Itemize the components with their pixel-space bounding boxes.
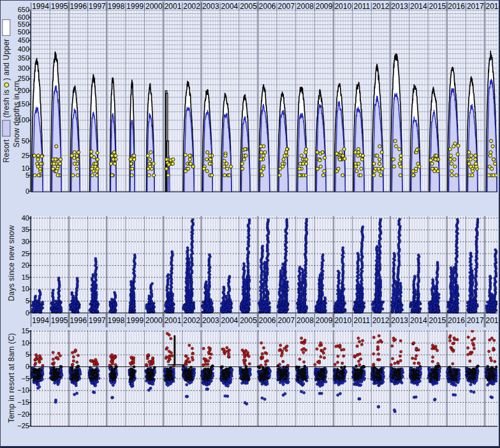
- y-tick-label: 10: [8, 285, 29, 293]
- year-label: 2014: [409, 316, 428, 325]
- year-label: 2010: [334, 2, 353, 11]
- year-label: 1995: [50, 316, 69, 325]
- y-tick-label: 10: [8, 339, 29, 347]
- year-label: 2008: [295, 316, 314, 325]
- y-tick-label: 450: [8, 36, 29, 44]
- year-label: 2011: [352, 2, 371, 11]
- year-label: 2014: [409, 2, 428, 11]
- year-label: 1999: [126, 2, 145, 11]
- y-tick-label: 25: [8, 152, 29, 159]
- year-label: 1999: [126, 316, 145, 325]
- year-label: 2003: [201, 316, 220, 325]
- year-label: 2007: [277, 316, 296, 325]
- y-tick-label: 15: [8, 273, 29, 281]
- year-label: 1996: [69, 2, 88, 11]
- y-tick-label: 600: [8, 13, 29, 21]
- year-label: 2003: [201, 2, 220, 11]
- y-tick-label: 25: [8, 250, 29, 257]
- year-label: 2002: [182, 2, 202, 11]
- y-tick-label: 300: [8, 64, 29, 72]
- y-tick-label: 5: [8, 297, 29, 305]
- year-label: 2000: [144, 316, 163, 325]
- year-label: 2001: [163, 2, 182, 11]
- year-label: 2018: [485, 316, 500, 325]
- year-label: 2016: [447, 316, 466, 325]
- year-label: 1997: [87, 316, 107, 325]
- year-label: 2005: [239, 316, 258, 325]
- year-label: 2009: [314, 2, 334, 11]
- year-label: 1995: [50, 2, 69, 11]
- year-label: 2009: [314, 316, 334, 325]
- y-tick-label: 0: [8, 363, 29, 370]
- year-label: 2002: [182, 316, 202, 325]
- y-tick-label: 5: [8, 350, 29, 358]
- year-label: 2012: [371, 2, 390, 11]
- year-label: 2018: [485, 2, 500, 11]
- year-label: 1998: [107, 2, 126, 11]
- year-label: 2017: [466, 316, 485, 325]
- y-tick-label: 50: [8, 137, 29, 145]
- year-label: 2013: [390, 316, 409, 325]
- y-tick-label: 400: [8, 45, 29, 53]
- year-label: 1994: [31, 2, 50, 11]
- year-label: 2011: [352, 316, 371, 325]
- year-label: 2016: [447, 2, 466, 11]
- y-tick-label: 350: [8, 54, 29, 62]
- y-tick-label: 5: [8, 171, 29, 179]
- year-label: 1996: [69, 316, 88, 325]
- year-label: 2008: [295, 2, 314, 11]
- year-label: 2005: [239, 2, 258, 11]
- y-tick-label: −10: [8, 386, 29, 394]
- year-label: 2006: [258, 2, 277, 11]
- y-tick-label: 150: [8, 100, 29, 108]
- y-tick-label: 30: [8, 238, 29, 245]
- y-tick-label: 650: [8, 6, 29, 13]
- y-tick-label: 200: [8, 87, 29, 94]
- year-label: 2006: [258, 316, 277, 325]
- year-label: 1994: [31, 316, 50, 325]
- y-tick-label: 40: [8, 214, 29, 222]
- y-tick-label: 100: [8, 116, 29, 124]
- year-label: 2004: [220, 2, 239, 11]
- year-label: 2004: [220, 316, 239, 325]
- year-label: 2007: [277, 2, 296, 11]
- year-label: 2017: [466, 2, 485, 11]
- y-tick-label: −20: [8, 410, 29, 418]
- y-tick-label: 0: [8, 309, 29, 317]
- year-label: 2013: [390, 2, 409, 11]
- year-label: 2000: [144, 2, 163, 11]
- snow-history-chart: Resort(fresh is) and Upper Snow depths i…: [0, 0, 500, 448]
- y-tick-label: 250: [8, 75, 29, 82]
- year-label: 2015: [428, 2, 447, 11]
- y-tick-label: 10: [8, 164, 29, 172]
- year-label: 1998: [107, 316, 126, 325]
- y-tick-label: 20: [8, 261, 29, 269]
- year-label: 2010: [334, 316, 353, 325]
- y-tick-label: 500: [8, 28, 29, 36]
- y-tick-label: 550: [8, 20, 29, 28]
- y-tick-label: −15: [8, 398, 29, 406]
- year-label: 2015: [428, 316, 447, 325]
- y-tick-label: −5: [8, 375, 29, 382]
- year-label: 1997: [87, 2, 107, 11]
- y-tick-label: 35: [8, 226, 29, 233]
- year-label: 2001: [163, 316, 182, 325]
- year-label: 2012: [371, 316, 390, 325]
- y-tick-label: 0: [8, 187, 29, 195]
- y-tick-label: 15: [8, 327, 29, 335]
- chart-canvas: [1, 1, 500, 448]
- y-tick-label: −25: [8, 422, 29, 430]
